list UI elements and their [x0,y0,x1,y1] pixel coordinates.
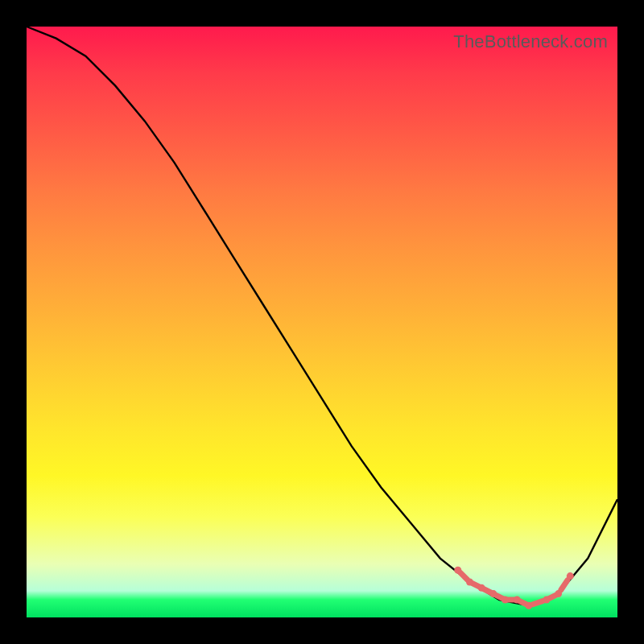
highlight-dash [496,595,502,598]
bottleneck-curve [27,27,617,617]
highlight-dot [489,590,497,597]
highlight-dash [520,601,526,605]
highlight-dash [485,589,491,592]
highlight-dash [460,573,467,580]
highlight-dot [543,597,550,604]
highlight-dot [525,602,532,609]
curve-line [27,27,617,605]
highlight-dot [514,597,521,604]
highlight-dot [454,567,461,574]
highlight-dot [502,597,509,604]
highlight-dot [567,572,574,580]
highlight-dash [549,595,555,598]
highlight-dash [533,601,543,605]
highlight-dash [473,584,479,587]
highlight-dot [478,584,485,592]
highlight-dash [561,580,568,590]
highlight-dot [466,579,473,586]
highlight-dot [555,590,562,597]
chart-plot-area: TheBottleneck.com [27,27,617,617]
